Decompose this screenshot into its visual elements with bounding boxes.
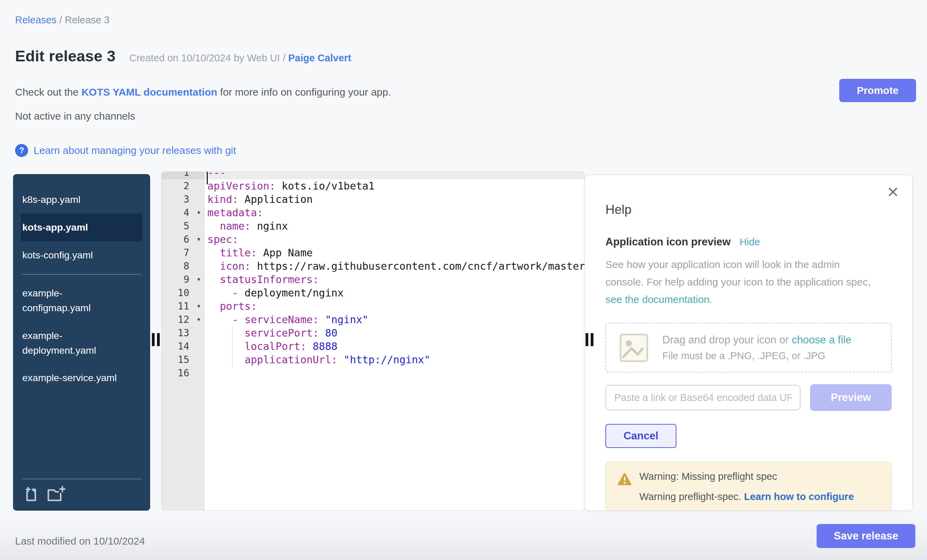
sidebar-actions xyxy=(13,479,150,511)
line-number: 14 xyxy=(161,340,204,353)
indent-guide xyxy=(232,326,233,340)
code-text xyxy=(204,366,207,380)
line-number: 15 xyxy=(161,353,204,366)
description-line-2: console. For help adding your icon to th… xyxy=(605,276,871,288)
warning-triangle-icon xyxy=(617,472,632,486)
sidebar-file-kots-app.yaml[interactable]: kots-app.yaml xyxy=(21,214,142,241)
icon-preview-section-header: Application icon preview Hide xyxy=(605,236,892,248)
breadcrumb-separator: / xyxy=(56,14,65,25)
file-group: k8s-app.yamlkots-app.yamlkots-config.yam… xyxy=(13,186,150,269)
code-line-2: 2apiVersion: kots.io/v1beta1 xyxy=(161,179,585,193)
code-line-11: 11▾ ports: xyxy=(161,299,585,313)
breadcrumb-releases-link[interactable]: Releases xyxy=(15,14,56,25)
icon-preview-title: Application icon preview xyxy=(605,236,731,248)
warning-text: Warning: Missing preflight spec Warning … xyxy=(639,471,854,502)
doc-prefix: Check out the xyxy=(15,87,81,98)
sidebar-file-kots-config.yaml[interactable]: kots-config.yaml xyxy=(21,241,142,269)
code-text: kind: Application xyxy=(204,193,313,206)
sidebar-file-example-service.yaml[interactable]: example-service.yaml xyxy=(21,364,142,392)
help-panel-title: Help xyxy=(605,203,892,217)
code-line-15: 15 applicationUrl: "http://nginx" xyxy=(161,353,585,366)
indent-guide xyxy=(232,340,233,353)
code-line-16: 16 xyxy=(161,366,585,380)
fold-icon[interactable]: ▾ xyxy=(197,233,200,246)
code-text: spec: xyxy=(204,233,238,246)
created-author-link[interactable]: Paige Calvert xyxy=(288,52,351,64)
line-number: 13 xyxy=(161,326,204,340)
line-number: 2 xyxy=(161,179,204,193)
line-number: 1 xyxy=(161,171,204,179)
created-meta: Created on 10/10/2024 by Web UI / Paige … xyxy=(129,52,351,64)
git-help-row[interactable]: ? Learn about managing your releases wit… xyxy=(15,144,236,157)
icon-preview-description: See how your application icon will look … xyxy=(605,256,892,308)
dropzone-prefix: Drag and drop your icon or xyxy=(663,334,792,346)
choose-file-link[interactable]: choose a file xyxy=(792,334,851,346)
file-group: example- configmap.yamlexample- deployme… xyxy=(13,279,150,392)
code-line-12: 12▾ - serviceName: "nginx" xyxy=(161,313,585,326)
icon-dropzone[interactable]: Drag and drop your icon or choose a file… xyxy=(605,323,892,373)
save-release-button[interactable]: Save release xyxy=(817,524,915,548)
icon-url-row: Preview xyxy=(605,384,892,411)
page-title: Edit release 3 xyxy=(15,47,115,65)
promote-button[interactable]: Promote xyxy=(839,79,916,102)
code-text: - serviceName: "nginx" xyxy=(204,313,369,326)
see-documentation-link[interactable]: see the documentation xyxy=(605,294,710,305)
title-row: Edit release 3 Created on 10/10/2024 by … xyxy=(15,47,351,65)
description-period: . xyxy=(710,294,713,305)
line-number: 4▾ xyxy=(161,206,204,219)
icon-url-input[interactable] xyxy=(605,385,801,410)
code-text: applicationUrl: "http://nginx" xyxy=(204,353,430,366)
line-number: 7 xyxy=(161,246,204,260)
yaml-editor[interactable]: 1---2apiVersion: kots.io/v1beta13kind: A… xyxy=(161,171,585,511)
breadcrumb-current: Release 3 xyxy=(65,14,110,25)
line-number: 12▾ xyxy=(161,313,204,326)
channel-status: Not active in any channels xyxy=(15,110,135,122)
add-folder-icon[interactable] xyxy=(47,486,66,502)
code-line-5: 5 name: nginx xyxy=(161,219,585,233)
code-text: statusInformers: xyxy=(204,273,319,286)
code-text: localPort: 8888 xyxy=(204,340,337,353)
preview-button[interactable]: Preview xyxy=(810,384,892,411)
code-line-1: 1--- xyxy=(161,171,585,179)
git-releases-link[interactable]: Learn about managing your releases with … xyxy=(33,145,236,156)
code-line-6: 6▾spec: xyxy=(161,233,585,246)
add-file-icon[interactable] xyxy=(22,486,38,502)
code-line-7: 7 title: App Name xyxy=(161,246,585,260)
fold-icon[interactable]: ▾ xyxy=(197,206,200,219)
code-line-13: 13 servicePort: 80 xyxy=(161,326,585,340)
edit-release-page: Releases / Release 3 Edit release 3 Crea… xyxy=(0,0,927,560)
indent-guide xyxy=(232,353,233,366)
sidebar-bottom xyxy=(13,473,150,511)
close-icon[interactable]: ✕ xyxy=(886,185,899,200)
image-placeholder-icon xyxy=(619,333,649,363)
code-text: icon: https://raw.githubusercontent.com/… xyxy=(204,260,585,273)
learn-how-to-configure-link[interactable]: Learn how to configure xyxy=(744,491,854,502)
code-line-10: 10 - deployment/nginx xyxy=(161,286,585,299)
code-text: - deployment/nginx xyxy=(204,286,343,299)
code-line-3: 3kind: Application xyxy=(161,193,585,206)
created-text: Created on 10/10/2024 by Web UI / xyxy=(129,52,288,64)
code-text: metadata: xyxy=(204,206,263,219)
line-number: 11▾ xyxy=(161,299,204,313)
code-text: title: App Name xyxy=(204,246,313,260)
hide-link[interactable]: Hide xyxy=(740,237,760,248)
line-number: 16 xyxy=(161,366,204,380)
kots-yaml-doc-link[interactable]: KOTS YAML documentation xyxy=(81,87,217,98)
sidebar-file-example-deployment.yaml[interactable]: example- deployment.yaml xyxy=(21,322,142,364)
fold-icon[interactable]: ▾ xyxy=(197,313,200,326)
preflight-warning-box: Warning: Missing preflight spec Warning … xyxy=(605,461,892,511)
fold-icon[interactable]: ▾ xyxy=(197,299,200,313)
code-text: name: nginx xyxy=(204,219,288,233)
file-tree-sidebar: k8s-app.yamlkots-app.yamlkots-config.yam… xyxy=(13,174,150,511)
doc-suffix: for more info on configuring your app. xyxy=(217,87,391,98)
sidebar-resize-handle[interactable] xyxy=(152,333,160,346)
sidebar-file-example-configmap.yaml[interactable]: example- configmap.yaml xyxy=(21,279,142,322)
dropzone-text: Drag and drop your icon or choose a file… xyxy=(663,334,851,361)
dropzone-file-hint: File must be a .PNG, .JPEG, or .JPG xyxy=(663,350,851,361)
help-panel-resize-handle[interactable] xyxy=(585,333,593,346)
help-panel: ✕ Help Application icon preview Hide See… xyxy=(585,175,913,511)
fold-icon[interactable]: ▾ xyxy=(197,273,200,286)
code-line-4: 4▾metadata: xyxy=(161,206,585,219)
sidebar-file-k8s-app.yaml[interactable]: k8s-app.yaml xyxy=(21,186,142,214)
cancel-button[interactable]: Cancel xyxy=(605,424,676,448)
